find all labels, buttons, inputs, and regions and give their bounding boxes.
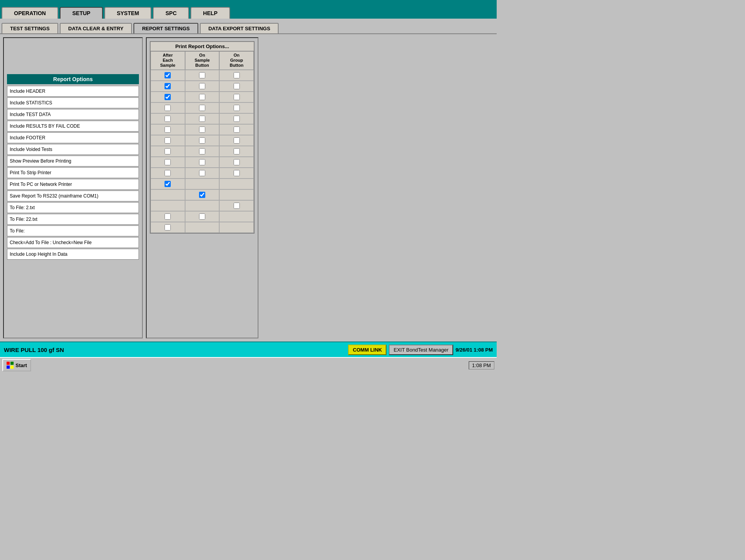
cb-cell-11-2: [219, 189, 254, 200]
option-label-12: To File:: [7, 225, 139, 236]
checkbox-9-0[interactable]: [165, 170, 171, 176]
subtab-data-export-settings[interactable]: DATA EXPORT SETTINGS: [200, 23, 279, 33]
checkbox-10-0[interactable]: [165, 181, 171, 187]
checkbox-6-1[interactable]: [199, 137, 205, 144]
checkbox-0-1[interactable]: [199, 72, 205, 78]
checkbox-row-11: [151, 189, 254, 200]
checkbox-7-2[interactable]: [234, 148, 240, 154]
tab-help[interactable]: HELP: [191, 7, 230, 19]
checkbox-0-0[interactable]: [165, 72, 171, 78]
svg-rect-2: [7, 366, 10, 369]
option-label-6: Show Preview Before Printing: [7, 156, 139, 166]
windows-logo-icon: [6, 361, 14, 369]
checkbox-11-1[interactable]: [199, 192, 205, 198]
tab-setup[interactable]: SETUP: [60, 7, 103, 19]
checkbox-9-1[interactable]: [199, 170, 205, 176]
checkbox-6-2[interactable]: [234, 137, 240, 144]
cb-cell-8-2: [219, 157, 254, 168]
option-label-9: Save Report To RS232 (mainframe COM1): [7, 191, 139, 201]
cb-cell-1-1: [185, 81, 220, 92]
checkbox-6-0[interactable]: [165, 137, 171, 144]
status-bar: WIRE PULL 100 gf SN COMM LINK EXIT BondT…: [0, 342, 497, 357]
cb-cell-4-1: [185, 113, 220, 124]
checkbox-4-2[interactable]: [234, 116, 240, 122]
checkbox-7-1[interactable]: [199, 148, 205, 154]
tab-operation[interactable]: OPERATION: [2, 7, 58, 19]
checkbox-4-0[interactable]: [165, 116, 171, 122]
exit-button[interactable]: EXIT BondTest Manager: [389, 345, 453, 355]
checkbox-row-14: [151, 222, 254, 233]
cb-cell-9-1: [185, 168, 220, 179]
checkbox-3-1[interactable]: [199, 105, 205, 111]
checkbox-row-10: [151, 179, 254, 189]
subtab-data-clear-entry[interactable]: DATA CLEAR & ENTRY: [60, 23, 132, 33]
checkbox-3-2[interactable]: [234, 105, 240, 111]
cb-cell-12-0: [151, 200, 185, 211]
cb-cell-5-2: [219, 124, 254, 135]
checkbox-row-9: [151, 168, 254, 179]
checkbox-2-1[interactable]: [199, 94, 205, 100]
start-button[interactable]: Start: [2, 359, 31, 371]
checkbox-rows: [151, 70, 254, 233]
checkbox-5-0[interactable]: [165, 127, 171, 133]
cb-cell-3-0: [151, 102, 185, 113]
tab-spc[interactable]: SPC: [153, 7, 189, 19]
svg-rect-1: [10, 362, 14, 365]
cb-cell-6-1: [185, 135, 220, 146]
checkbox-2-2[interactable]: [234, 94, 240, 100]
cb-cell-12-2: [219, 200, 254, 211]
cb-cell-9-0: [151, 168, 185, 179]
checkbox-9-2[interactable]: [234, 170, 240, 176]
option-label-1: Include STATISTICS: [7, 97, 139, 108]
checkbox-row-12: [151, 200, 254, 211]
checkbox-5-1[interactable]: [199, 127, 205, 133]
status-text: WIRE PULL 100 gf SN: [4, 347, 348, 353]
checkbox-7-0[interactable]: [165, 148, 171, 154]
checkbox-0-2[interactable]: [234, 72, 240, 78]
checkbox-8-1[interactable]: [199, 159, 205, 165]
print-options-title: Print Report Options...: [151, 42, 254, 51]
checkbox-5-2[interactable]: [234, 127, 240, 133]
comm-link-button[interactable]: COMM LINK: [348, 345, 386, 355]
option-label-0: Include HEADER: [7, 86, 139, 97]
checkbox-13-0[interactable]: [165, 213, 171, 220]
option-label-7: Print To Strip Printer: [7, 167, 139, 178]
cb-cell-1-2: [219, 81, 254, 92]
date-time: 9/26/01 1:08 PM: [456, 347, 493, 353]
subtab-test-settings[interactable]: TEST SETTINGS: [2, 23, 58, 33]
option-labels-list: Include HEADERInclude STATISTICSInclude …: [7, 86, 139, 260]
cb-cell-8-1: [185, 157, 220, 168]
cb-cell-7-1: [185, 146, 220, 157]
option-label-2: Include TEST DATA: [7, 109, 139, 120]
checkbox-14-0[interactable]: [165, 224, 171, 231]
cb-cell-6-2: [219, 135, 254, 146]
checkbox-13-1[interactable]: [199, 213, 205, 220]
checkbox-row-2: [151, 92, 254, 102]
checkbox-12-2[interactable]: [234, 203, 240, 209]
left-panel: Report Options Include HEADERInclude STA…: [3, 37, 143, 338]
cb-cell-3-2: [219, 102, 254, 113]
option-label-10: To File: 2.txt: [7, 202, 139, 213]
checkbox-3-0[interactable]: [165, 105, 171, 111]
taskbar: Start 1:08 PM: [0, 357, 497, 373]
col-header-after-each-sample: AfterEachSample: [151, 51, 185, 70]
checkbox-8-2[interactable]: [234, 159, 240, 165]
checkbox-8-0[interactable]: [165, 159, 171, 165]
tab-system[interactable]: SYSTEM: [104, 7, 152, 19]
taskbar-time: 1:08 PM: [469, 361, 494, 369]
checkbox-1-2[interactable]: [234, 83, 240, 89]
subtab-report-settings[interactable]: REPORT SETTINGS: [133, 23, 198, 33]
option-label-13: Check=Add To File : Uncheck=New File: [7, 237, 139, 248]
cb-cell-1-0: [151, 81, 185, 92]
option-label-8: Print To PC or Network Printer: [7, 179, 139, 190]
checkbox-1-0[interactable]: [165, 83, 171, 89]
checkbox-4-1[interactable]: [199, 116, 205, 122]
option-label-4: Include FOOTER: [7, 132, 139, 143]
cb-cell-5-1: [185, 124, 220, 135]
cb-cell-5-0: [151, 124, 185, 135]
cb-cell-13-1: [185, 211, 220, 222]
cb-cell-8-0: [151, 157, 185, 168]
checkbox-2-0[interactable]: [165, 94, 171, 100]
checkbox-1-1[interactable]: [199, 83, 205, 89]
cb-cell-13-2: [219, 211, 254, 222]
